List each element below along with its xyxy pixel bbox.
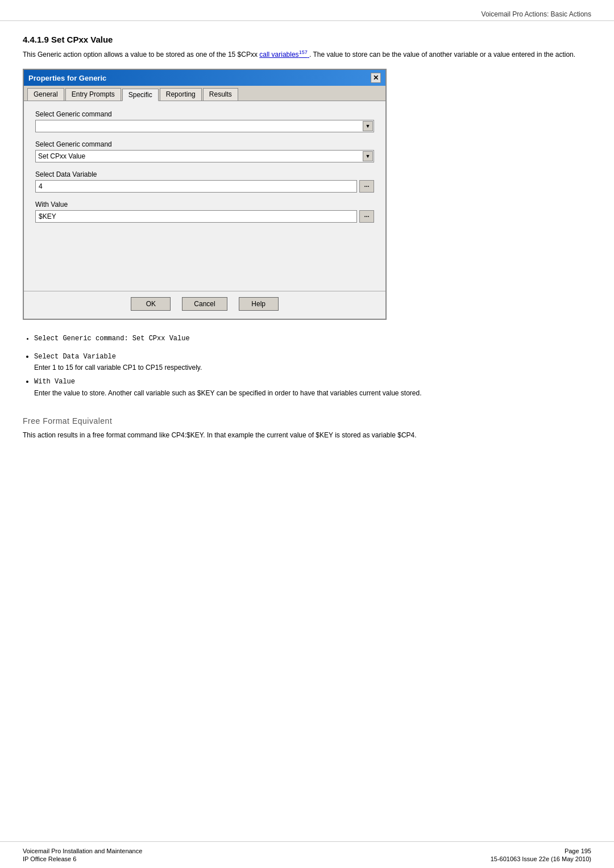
header-title: Voicemail Pro Actions: Basic Actions xyxy=(482,10,591,18)
select-generic-command-wrapper: ▼ xyxy=(35,120,374,132)
dialog-footer: OK Cancel Help xyxy=(24,291,385,319)
main-bullet-list: Select Generic command: Set CPxx Value xyxy=(34,333,591,344)
main-bullet-item: Select Generic command: Set CPxx Value xyxy=(34,333,591,344)
with-value-row: ··· xyxy=(35,210,374,223)
properties-dialog: Properties for Generic ✕ General Entry P… xyxy=(23,69,387,320)
page-header: Voicemail Pro Actions: Basic Actions xyxy=(0,0,614,21)
select-generic-command-input[interactable] xyxy=(35,120,374,132)
page-content: 4.4.1.9 Set CPxx Value This Generic acti… xyxy=(0,21,614,495)
sub-bullet-data-variable: Select Data Variable Enter 1 to 15 for c… xyxy=(34,351,591,373)
select-data-variable-input[interactable] xyxy=(35,180,357,193)
sub-bullet-with-value: With Value Enter the value to store. Ano… xyxy=(34,376,591,398)
ok-button[interactable]: OK xyxy=(131,297,171,311)
with-value-label: With Value xyxy=(35,201,374,208)
footer-product: Voicemail Pro Installation and Maintenan… xyxy=(23,848,142,854)
dialog-body: Select Generic command ▼ Select Generic … xyxy=(24,101,385,291)
tab-reporting[interactable]: Reporting xyxy=(160,88,202,101)
section-number: 4.4.1.9 xyxy=(23,35,49,44)
with-value-browse-button[interactable]: ··· xyxy=(359,210,374,223)
select-data-variable-label: Select Data Variable xyxy=(35,170,374,178)
dialog-close-button[interactable]: ✕ xyxy=(371,73,381,83)
with-value-input[interactable] xyxy=(35,210,357,223)
select-generic-command-group: Select Generic command ▼ xyxy=(35,110,374,132)
sub-bullet-list: Select Data Variable Enter 1 to 15 for c… xyxy=(34,351,591,398)
select-generic-command2-label: Select Generic command xyxy=(35,140,374,148)
page-footer: Voicemail Pro Installation and Maintenan… xyxy=(0,841,614,868)
select-data-variable-group: Select Data Variable ··· xyxy=(35,170,374,193)
help-button[interactable]: Help xyxy=(239,297,279,311)
footer-page: Page 195 xyxy=(491,848,591,854)
footer-issue: 15-601063 Issue 22e (16 May 2010) xyxy=(491,856,591,862)
free-format-section: Free Format Equivalent This action resul… xyxy=(23,416,591,440)
data-variable-browse-button[interactable]: ··· xyxy=(359,180,374,193)
dialog-empty-area xyxy=(35,231,374,282)
dialog-title: Properties for Generic xyxy=(28,74,106,82)
footer-left: Voicemail Pro Installation and Maintenan… xyxy=(23,848,142,862)
tab-general[interactable]: General xyxy=(27,88,64,101)
dialog-titlebar: Properties for Generic ✕ xyxy=(24,70,385,86)
footer-release: IP Office Release 6 xyxy=(23,856,142,862)
with-value-group: With Value ··· xyxy=(35,201,374,223)
tab-entry-prompts[interactable]: Entry Prompts xyxy=(65,88,121,101)
dialog-tabs: General Entry Prompts Specific Reporting… xyxy=(24,86,385,101)
select-generic-command2-wrapper: Set CPxx Value ▼ xyxy=(35,150,374,162)
select-data-variable-row: ··· xyxy=(35,180,374,193)
free-format-desc: This action results in a free format com… xyxy=(23,430,591,440)
tab-results[interactable]: Results xyxy=(203,88,238,101)
section-intro: This Generic action option allows a valu… xyxy=(23,49,591,60)
cancel-button[interactable]: Cancel xyxy=(182,297,227,311)
tab-specific[interactable]: Specific xyxy=(122,89,159,101)
select-generic-command2-input[interactable]: Set CPxx Value xyxy=(35,150,374,162)
free-format-title: Free Format Equivalent xyxy=(23,416,591,425)
section-name: Set CPxx Value xyxy=(51,35,113,44)
select-generic-command2-group: Select Generic command Set CPxx Value ▼ xyxy=(35,140,374,162)
call-variables-link[interactable]: call variables157 xyxy=(259,51,309,59)
select-generic-command-label: Select Generic command xyxy=(35,110,374,118)
footer-right: Page 195 15-601063 Issue 22e (16 May 201… xyxy=(491,848,591,862)
section-title: 4.4.1.9 Set CPxx Value xyxy=(23,35,591,44)
